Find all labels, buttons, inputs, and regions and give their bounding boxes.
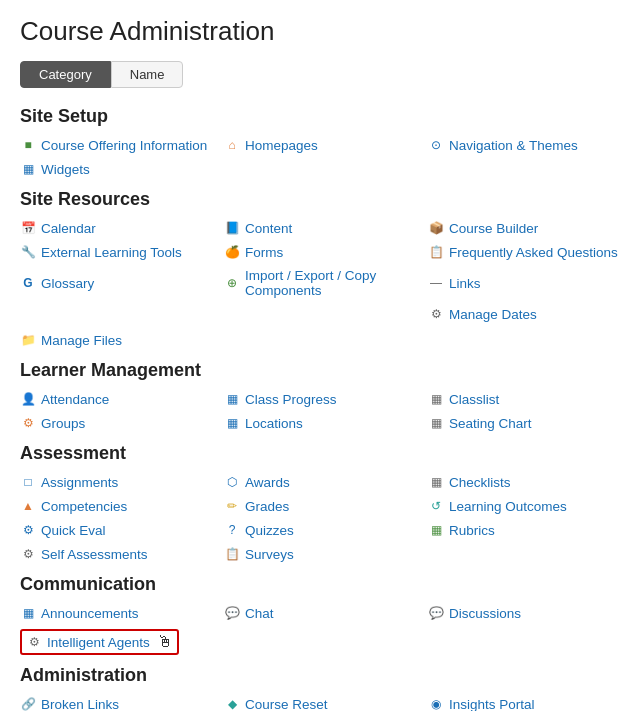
locations-link[interactable]: Locations (245, 416, 303, 431)
homepages-link[interactable]: Homepages (245, 138, 318, 153)
checklists-link[interactable]: Checklists (449, 475, 511, 490)
faq-link[interactable]: Frequently Asked Questions (449, 245, 618, 260)
import-export-link[interactable]: Import / Export / Copy Components (245, 268, 420, 298)
chat-link[interactable]: Chat (245, 606, 274, 621)
manage-dates-link[interactable]: Manage Dates (449, 307, 537, 322)
classlist-link[interactable]: Classlist (449, 392, 499, 407)
faq-icon: 📋 (428, 244, 444, 260)
homepages-icon: ⌂ (224, 137, 240, 153)
self-assessments-icon: ⚙ (20, 546, 36, 562)
tab-name[interactable]: Name (111, 61, 184, 88)
list-item: 📅 Calendar (20, 218, 216, 238)
quick-eval-link[interactable]: Quick Eval (41, 523, 106, 538)
list-item: ◆ Course Reset (224, 694, 420, 711)
list-item: 👤 Attendance (20, 389, 216, 409)
learner-management-grid: 👤 Attendance ▦ Class Progress ▦ Classlis… (20, 389, 624, 433)
list-item: ✏ Grades (224, 496, 420, 516)
assignments-icon: □ (20, 474, 36, 490)
insights-portal-link[interactable]: Insights Portal (449, 697, 535, 712)
assignments-link[interactable]: Assignments (41, 475, 118, 490)
list-item: ▲ Competencies (20, 496, 216, 516)
attendance-link[interactable]: Attendance (41, 392, 109, 407)
course-builder-link[interactable]: Course Builder (449, 221, 538, 236)
list-item: 🔗 Broken Links (20, 694, 216, 711)
list-item: ⚙ Quick Eval (20, 520, 216, 540)
intelligent-agents-link[interactable]: Intelligent Agents (47, 635, 150, 650)
intelligent-agents-item[interactable]: ⚙ Intelligent Agents 🖱 (20, 629, 179, 655)
manage-files-icon: 📁 (20, 332, 36, 348)
rubrics-link[interactable]: Rubrics (449, 523, 495, 538)
glossary-link[interactable]: Glossary (41, 276, 94, 291)
navigation-themes-link[interactable]: Navigation & Themes (449, 138, 578, 153)
checklists-icon: ▦ (428, 474, 444, 490)
widgets-icon: ▦ (20, 161, 36, 177)
section-title-site-resources: Site Resources (20, 189, 624, 210)
list-item: ⚙ Manage Dates (428, 304, 624, 324)
links-link[interactable]: Links (449, 276, 481, 291)
tab-category[interactable]: Category (20, 61, 111, 88)
page-title: Course Administration (20, 16, 624, 47)
insights-portal-icon: ◉ (428, 696, 444, 711)
list-item: ⬡ Awards (224, 472, 420, 492)
forms-icon: 🍊 (224, 244, 240, 260)
section-title-communication: Communication (20, 574, 624, 595)
announcements-link[interactable]: Announcements (41, 606, 139, 621)
list-item: — Links (428, 266, 624, 300)
groups-link[interactable]: Groups (41, 416, 85, 431)
list-item: 🔧 External Learning Tools (20, 242, 216, 262)
content-link[interactable]: Content (245, 221, 292, 236)
intelligent-agents-icon: ⚙ (26, 634, 42, 650)
list-item: ⊕ Import / Export / Copy Components (224, 266, 420, 300)
intelligent-agents-row: ⚙ Intelligent Agents 🖱 (20, 629, 624, 655)
widgets-link[interactable]: Widgets (41, 162, 90, 177)
list-item: ? Quizzes (224, 520, 420, 540)
list-item: ■ Course Offering Information (20, 135, 216, 155)
list-item: ▦ Announcements (20, 603, 216, 623)
class-progress-icon: ▦ (224, 391, 240, 407)
list-item: 💬 Discussions (428, 603, 624, 623)
manage-dates-icon: ⚙ (428, 306, 444, 322)
list-item: ▦ Class Progress (224, 389, 420, 409)
competencies-icon: ▲ (20, 498, 36, 514)
seating-chart-link[interactable]: Seating Chart (449, 416, 532, 431)
discussions-link[interactable]: Discussions (449, 606, 521, 621)
list-item: 📦 Course Builder (428, 218, 624, 238)
external-learning-tools-link[interactable]: External Learning Tools (41, 245, 182, 260)
list-item: 🍊 Forms (224, 242, 420, 262)
awards-icon: ⬡ (224, 474, 240, 490)
communication-grid: ▦ Announcements 💬 Chat 💬 Discussions (20, 603, 624, 623)
competencies-link[interactable]: Competencies (41, 499, 127, 514)
grades-link[interactable]: Grades (245, 499, 289, 514)
list-item: 📋 Surveys (224, 544, 420, 564)
list-item-empty2 (224, 304, 420, 324)
calendar-link[interactable]: Calendar (41, 221, 96, 236)
manage-files-link[interactable]: Manage Files (41, 333, 122, 348)
forms-link[interactable]: Forms (245, 245, 283, 260)
cursor-indicator: 🖱 (157, 633, 173, 651)
section-title-site-setup: Site Setup (20, 106, 624, 127)
list-item: ▦ Locations (224, 413, 420, 433)
surveys-icon: 📋 (224, 546, 240, 562)
list-item: 📘 Content (224, 218, 420, 238)
broken-links-link[interactable]: Broken Links (41, 697, 119, 712)
awards-link[interactable]: Awards (245, 475, 290, 490)
list-item: ▦ Seating Chart (428, 413, 624, 433)
list-item: ◉ Insights Portal (428, 694, 624, 711)
content-icon: 📘 (224, 220, 240, 236)
surveys-link[interactable]: Surveys (245, 547, 294, 562)
self-assessments-link[interactable]: Self Assessments (41, 547, 148, 562)
list-item: □ Assignments (20, 472, 216, 492)
list-item: ⚙ Groups (20, 413, 216, 433)
list-item: ▦ Checklists (428, 472, 624, 492)
course-offering-information-link[interactable]: Course Offering Information (41, 138, 207, 153)
external-learning-tools-icon: 🔧 (20, 244, 36, 260)
section-title-assessment: Assessment (20, 443, 624, 464)
chat-icon: 💬 (224, 605, 240, 621)
course-reset-link[interactable]: Course Reset (245, 697, 328, 712)
learning-outcomes-link[interactable]: Learning Outcomes (449, 499, 567, 514)
seating-chart-icon: ▦ (428, 415, 444, 431)
import-export-icon: ⊕ (224, 275, 240, 291)
quizzes-link[interactable]: Quizzes (245, 523, 294, 538)
class-progress-link[interactable]: Class Progress (245, 392, 337, 407)
list-item: ▦ Classlist (428, 389, 624, 409)
